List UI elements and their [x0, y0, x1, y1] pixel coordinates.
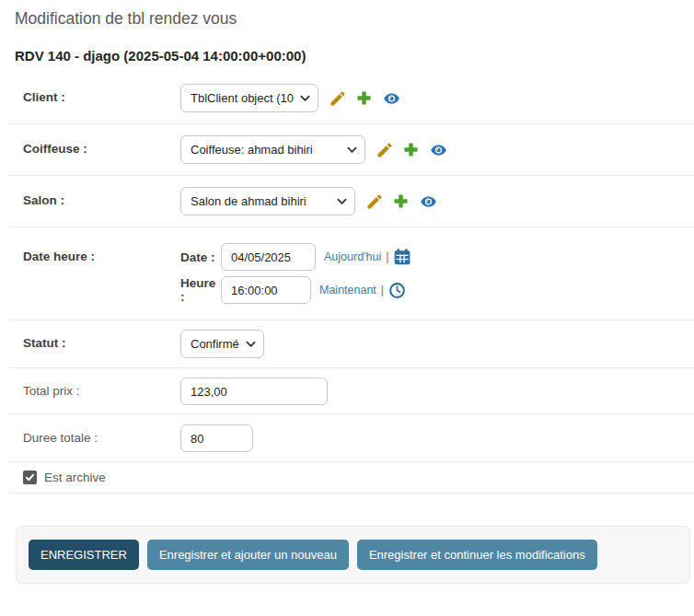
save-and-add-button[interactable]: Enregistrer et ajouter un nouveau	[147, 540, 349, 570]
add-related-coiffeuse-button[interactable]	[402, 141, 420, 158]
duree-totale-input[interactable]	[180, 424, 253, 452]
edit-related-salon-button[interactable]	[365, 192, 384, 211]
now-link[interactable]: Maintenant	[319, 284, 376, 296]
plus-icon	[392, 199, 410, 213]
est-archive-checkbox[interactable]	[23, 471, 37, 484]
field-row-coiffeuse: Coiffeuse : Coiffeuse: ahmad bihiri	[9, 124, 694, 176]
statut-select[interactable]: Confirmé	[180, 330, 264, 358]
field-row-est-archive: Est archive	[9, 462, 694, 494]
time-input[interactable]	[221, 276, 311, 304]
client-select[interactable]: TblClient object (10)	[180, 84, 318, 112]
clock-picker-button[interactable]	[388, 282, 406, 299]
total-prix-label: Total prix :	[23, 378, 180, 398]
add-related-salon-button[interactable]	[392, 192, 410, 210]
save-button[interactable]: ENREGISTRER	[29, 540, 139, 570]
calendar-icon	[393, 255, 411, 269]
check-icon	[25, 470, 35, 486]
submit-row: ENREGISTRER Enregistrer et ajouter un no…	[16, 526, 690, 584]
link-separator: |	[386, 250, 388, 263]
date-heure-label: Date heure :	[23, 243, 180, 263]
duree-totale-label: Duree totale :	[23, 424, 180, 445]
add-related-client-button[interactable]	[355, 89, 373, 107]
coiffeuse-label: Coiffeuse :	[23, 135, 180, 156]
client-label: Client :	[23, 84, 180, 104]
today-link[interactable]: Aujourd'hui	[324, 250, 381, 263]
pencil-icon	[329, 97, 347, 110]
object-title: RDV 140 - djago (2025-05-04 14:00:00+00:…	[15, 48, 679, 64]
statut-label: Statut :	[23, 330, 180, 350]
field-row-date-heure: Date heure : Date : Aujourd'hui |	[9, 227, 694, 320]
salon-select[interactable]: Salon de ahmad bihiri	[180, 187, 355, 215]
pencil-icon	[365, 200, 384, 214]
field-row-duree-totale: Duree totale :	[9, 414, 694, 462]
est-archive-label[interactable]: Est archive	[44, 471, 106, 484]
field-row-total-prix: Total prix :	[9, 368, 694, 414]
eye-icon	[381, 96, 402, 110]
field-row-statut: Statut : Confirmé	[9, 320, 694, 368]
date-sublabel: Date :	[180, 250, 221, 264]
calendar-picker-button[interactable]	[393, 248, 411, 266]
view-related-coiffeuse-button[interactable]	[428, 142, 449, 158]
page-title: Modification de tbl rendez vous	[15, 9, 679, 29]
total-prix-input[interactable]	[180, 378, 328, 405]
plus-icon	[355, 96, 373, 110]
view-related-client-button[interactable]	[381, 90, 402, 107]
time-sublabel: Heure :	[180, 276, 221, 304]
plus-icon	[402, 147, 420, 161]
salon-label: Salon :	[23, 187, 180, 207]
date-input[interactable]	[221, 243, 316, 271]
coiffeuse-select[interactable]: Coiffeuse: ahmad bihiri	[180, 135, 365, 164]
pencil-icon	[376, 148, 394, 162]
change-form: Client : TblClient object (10)	[0, 73, 694, 584]
field-row-client: Client : TblClient object (10)	[9, 73, 694, 124]
edit-related-client-button[interactable]	[329, 89, 347, 108]
link-separator: |	[381, 284, 384, 296]
view-related-salon-button[interactable]	[418, 193, 439, 210]
eye-icon	[418, 199, 439, 213]
edit-related-coiffeuse-button[interactable]	[376, 141, 394, 159]
clock-icon	[388, 288, 406, 302]
save-and-continue-button[interactable]: Enregistrer et continuer les modificatio…	[357, 540, 597, 570]
eye-icon	[428, 147, 449, 161]
field-row-salon: Salon : Salon de ahmad bihiri	[9, 176, 694, 227]
